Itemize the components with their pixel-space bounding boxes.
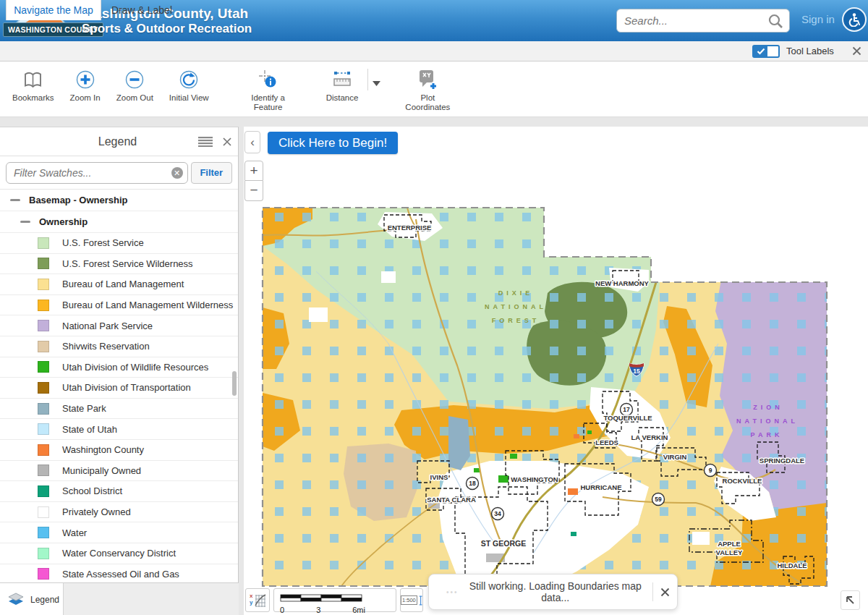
map-landownership-layers xyxy=(244,127,868,615)
legend-item: Water Conservancy District xyxy=(0,543,238,564)
legend-item: Water xyxy=(0,522,238,543)
toolbar-divider xyxy=(367,69,368,90)
close-icon xyxy=(223,137,231,146)
swatch xyxy=(38,279,49,290)
toolbar-close-icon[interactable] xyxy=(852,46,861,56)
legend-dock-label: Legend xyxy=(30,595,59,605)
legend-item: U.S. Forest Service xyxy=(0,233,238,254)
legend-item: State Assessed Oil and Gas xyxy=(0,564,238,583)
legend-scrollbar[interactable] xyxy=(232,371,237,396)
tool-labels-toggle[interactable] xyxy=(752,45,780,58)
zoom-out-button[interactable]: Zoom Out xyxy=(109,67,161,103)
route-59-shield: 59 xyxy=(652,493,665,506)
map-label-leeds: LEEDS xyxy=(595,438,618,446)
route-9-shield: 9 xyxy=(705,465,717,477)
collapse-icon[interactable] xyxy=(10,199,20,201)
legend-item: Utah Division of Wildlife Resources xyxy=(0,357,238,378)
wheelchair-icon xyxy=(847,12,861,27)
zoom-out-icon xyxy=(124,69,145,90)
legend-menu-button[interactable] xyxy=(195,137,216,147)
svg-text:15: 15 xyxy=(633,368,640,375)
search-icon[interactable] xyxy=(767,12,785,30)
filter-swatches-input[interactable] xyxy=(6,162,188,184)
swatch xyxy=(38,527,49,538)
sign-in-link[interactable]: Sign in xyxy=(801,13,835,25)
app-title-line2: Sports & Outdoor Recreation xyxy=(82,22,252,36)
swatch xyxy=(38,444,49,456)
clear-filter-icon[interactable]: ✕ xyxy=(171,167,183,179)
collapse-panel-button[interactable]: ‹ xyxy=(244,131,260,153)
scale-ratio-value: 1:500 xyxy=(401,595,417,605)
layers-icon xyxy=(7,592,25,608)
collapse-corner-button[interactable] xyxy=(841,590,860,610)
map-label-washington: WASHINGTON xyxy=(511,475,558,483)
svg-text:y: y xyxy=(250,599,253,606)
map-label-zion-1: ZION xyxy=(753,404,783,411)
distance-button[interactable]: Distance xyxy=(318,67,367,103)
map-label-dixie-1: DIXIE xyxy=(498,289,534,297)
map-label-toquerville: TOQUERVILLE xyxy=(603,414,652,422)
legend-item: State of Utah xyxy=(0,419,238,440)
toast-divider xyxy=(652,582,653,601)
plot-coordinates-icon xyxy=(417,69,438,90)
map-label-hurricane: HURRICANE xyxy=(581,483,622,491)
distance-dropdown-caret[interactable] xyxy=(370,76,386,89)
accessibility-button[interactable] xyxy=(842,7,867,32)
identify-feature-icon xyxy=(258,69,279,90)
map-label-zion-2: NATIONAL xyxy=(736,417,799,425)
collapse-icon[interactable] xyxy=(20,221,30,223)
legend-item: Bureau of Land Management xyxy=(0,274,238,295)
map-zoom-out-button[interactable]: − xyxy=(244,181,263,201)
click-here-to-begin-button[interactable]: Click Here to Begin! xyxy=(268,132,398,154)
map-label-hildale: HILDALE xyxy=(777,561,807,569)
swatch xyxy=(38,320,49,331)
map-label-virgin: VIRGIN xyxy=(663,453,687,461)
legend-item: Shivwits Reservation xyxy=(0,336,238,357)
legend-item: U.S. Forest Service Wilderness xyxy=(0,254,238,275)
bookmarks-button[interactable]: Bookmarks xyxy=(4,67,62,103)
swatch xyxy=(38,465,49,476)
legend-dock-tab[interactable]: Legend xyxy=(0,583,64,615)
zoom-in-button[interactable]: Zoom In xyxy=(62,67,109,103)
swatch xyxy=(38,382,49,394)
legend-item: State Park xyxy=(0,399,238,420)
identify-feature-button[interactable]: Identify a Feature xyxy=(234,67,302,112)
swatch xyxy=(38,341,49,352)
tab-draw-and-label[interactable]: Draw & Label xyxy=(102,0,182,20)
map-label-st-george: ST GEORGE xyxy=(481,539,526,548)
route-18-shield: 18 xyxy=(467,478,479,490)
swatch xyxy=(38,506,49,518)
filter-button[interactable]: Filter xyxy=(191,162,232,184)
tab-navigate-the-map[interactable]: Navigate the Map xyxy=(6,0,101,20)
legend-close-button[interactable] xyxy=(216,137,238,146)
loading-notification-toast: ••• Still working. Loading Boundaries ma… xyxy=(428,574,678,610)
svg-text:34: 34 xyxy=(494,510,501,517)
svg-text:9: 9 xyxy=(709,467,712,474)
map-label-ivins: IVINS xyxy=(430,473,448,481)
map-scale-ratio-button[interactable]: 1:500 xyxy=(400,588,423,612)
scalebar xyxy=(280,594,365,602)
legend-header: Legend xyxy=(0,127,238,156)
legend-group-ownership[interactable]: Ownership xyxy=(0,211,238,233)
coordinates-widget-button[interactable]: x y xyxy=(245,588,270,612)
map-label-enterprise: ENTERPRISE xyxy=(388,224,432,232)
map-canvas[interactable]: 15 17 18 9 59 34 ENTERPRISE NEW HARMONY … xyxy=(244,127,868,615)
plot-coordinates-button[interactable]: Plot Coordinates xyxy=(393,67,461,112)
swatch xyxy=(38,568,49,580)
scalebar-ticks: 0 3 6mi xyxy=(280,606,365,614)
loading-dots: ••• xyxy=(446,588,459,596)
swatch xyxy=(38,548,49,559)
map-label-dixie-3: FOREST xyxy=(492,317,540,324)
legend-item: Utah Division of Transportation xyxy=(0,378,238,399)
map-zoom-in-button[interactable]: + xyxy=(244,161,263,181)
toast-close-icon[interactable] xyxy=(660,588,670,597)
arrow-up-left-icon xyxy=(846,596,854,604)
swatch xyxy=(38,361,49,373)
svg-text:18: 18 xyxy=(469,480,476,487)
distance-icon xyxy=(332,70,352,89)
legend-item: Municipally Owned xyxy=(0,461,238,482)
bottom-dock: Legend xyxy=(0,582,239,615)
legend-group-basemap[interactable]: Basemap - Ownership xyxy=(0,190,238,211)
search-input[interactable] xyxy=(624,10,765,31)
initial-view-button[interactable]: Initial View xyxy=(161,67,217,103)
